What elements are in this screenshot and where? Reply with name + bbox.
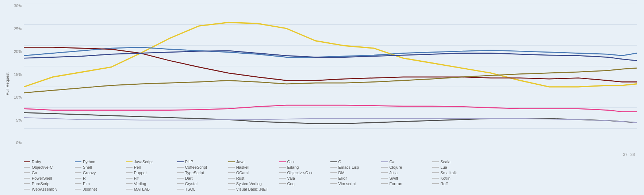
legend-item-jsonnet: Jsonnet xyxy=(75,187,126,191)
legend-item-shell: Shell xyxy=(75,165,126,169)
legend-label-groovy: Groovy xyxy=(83,171,96,175)
legend-line-powershell xyxy=(24,178,30,179)
legend-line-lua xyxy=(432,167,439,168)
legend-label-julia: Julia xyxy=(389,171,398,175)
legend-label-roff: Roff xyxy=(440,181,448,186)
chart-svg xyxy=(24,4,637,152)
legend-item-r: R xyxy=(75,176,126,180)
legend-line-jsonnet xyxy=(75,189,81,190)
legend-line-dm xyxy=(330,172,337,173)
legend-line-systemverilog xyxy=(228,183,235,184)
legend-line-dart xyxy=(177,178,184,179)
legend-label-ruby: Ruby xyxy=(32,160,41,164)
legend-item-emacslisp: Emacs Lisp xyxy=(330,165,382,169)
legend-label-coq: Coq xyxy=(287,181,295,186)
legend-label-r: R xyxy=(83,176,86,180)
legend-line-kotlin xyxy=(432,178,439,179)
legend-label-perl: Perl xyxy=(134,165,141,169)
legend-line-tsql xyxy=(177,189,184,190)
x-tick-37: 37 xyxy=(623,152,628,157)
legend-line-vbnet xyxy=(228,189,235,190)
legend-item-tsql: TSQL xyxy=(177,187,228,191)
legend-item-empty11 xyxy=(534,176,586,180)
legend-line-ruby xyxy=(24,161,30,162)
legend-line-coffeescript xyxy=(177,167,184,168)
legend-line-csharp xyxy=(381,161,388,162)
y-tick-15: 15% xyxy=(11,72,24,77)
legend-item-vimscript: Vim script xyxy=(330,181,382,186)
legend-label-puppet: Puppet xyxy=(134,171,147,175)
y-tick-0: 0% xyxy=(11,141,24,145)
legend-item-go: Go xyxy=(24,171,75,175)
legend-item-verilog: Verilog xyxy=(126,181,177,186)
legend-item-ocaml: OCaml xyxy=(228,171,279,175)
legend-label-ocaml: OCaml xyxy=(236,171,249,175)
y-tick-20: 20% xyxy=(11,49,24,54)
legend-line-swift xyxy=(381,178,388,179)
legend-line-emacslisp xyxy=(330,167,337,168)
legend-line-ocaml xyxy=(228,172,235,173)
legend-item-groovy: Groovy xyxy=(75,171,126,175)
legend-item-empty13 xyxy=(483,181,534,186)
legend-line-c xyxy=(330,161,337,162)
legend-item-empty15 xyxy=(586,181,637,186)
legend-label-fortran: Fortran xyxy=(389,181,402,186)
legend-item-objectivecpp: Objective-C++ xyxy=(279,171,330,175)
legend-line-go xyxy=(24,172,30,173)
legend-item-typescript: TypeScript xyxy=(177,171,228,175)
legend-item-vbnet: Visual Basic .NET xyxy=(228,187,279,191)
legend-line-smalltalk xyxy=(432,172,439,173)
legend-line-typescript xyxy=(177,172,184,173)
legend-label-verilog: Verilog xyxy=(134,181,146,186)
legend-label-tsql: TSQL xyxy=(185,187,196,191)
legend-label-fsharp: F# xyxy=(134,176,139,180)
legend-item-julia: Julia xyxy=(381,171,432,175)
legend-line-groovy xyxy=(75,172,81,173)
legend-label-python: Python xyxy=(83,160,95,164)
legend-item-puppet: Puppet xyxy=(126,171,177,175)
legend-item-php: PHP xyxy=(177,160,228,164)
legend-label-cpp: C++ xyxy=(287,160,295,164)
legend-item-cpp: C++ xyxy=(279,160,330,164)
legend-line-cpp xyxy=(279,161,286,162)
y-tick-30: 30% xyxy=(11,4,24,8)
legend-label-dm: DM xyxy=(338,171,345,175)
legend-line-matlab xyxy=(126,189,133,190)
legend-line-objectivecpp xyxy=(279,172,286,173)
legend-line-fortran xyxy=(381,183,388,184)
legend-item-fsharp: F# xyxy=(126,176,177,180)
legend-item-dart: Dart xyxy=(177,176,228,180)
legend-line-objectivec xyxy=(24,167,30,168)
chart-container: Pull Request 30% 25% 20% 15% 10% 5% 0% xyxy=(0,0,644,195)
legend-label-typescript: TypeScript xyxy=(185,171,204,175)
legend-item-empty6 xyxy=(586,165,637,169)
y-axis-label: Pull Request xyxy=(4,4,11,157)
legend-item-empty3 xyxy=(586,160,637,164)
legend-item-empty12 xyxy=(586,176,637,180)
legend-label-rust: Rust xyxy=(236,176,245,180)
legend-label-javascript: JavaScript xyxy=(134,160,153,164)
legend-item-elm: Elm xyxy=(75,181,126,186)
legend-line-vimscript xyxy=(330,183,337,184)
legend-item-webassembly: WebAssembly xyxy=(24,187,75,191)
legend-label-powershell: PowerShell xyxy=(32,176,52,180)
legend-item-fortran: Fortran xyxy=(381,181,432,186)
legend-item-empty9 xyxy=(586,171,637,175)
legend-item-roff: Roff xyxy=(432,181,483,186)
legend-item-haskell: Haskell xyxy=(228,165,279,169)
legend-item-dm: DM xyxy=(330,171,382,175)
legend-line-perl xyxy=(126,167,133,168)
legend-label-webassembly: WebAssembly xyxy=(32,187,57,191)
legend-label-emacslisp: Emacs Lisp xyxy=(338,165,359,169)
legend-item-empty8 xyxy=(534,171,586,175)
legend-item-objectivec: Objective-C xyxy=(24,165,75,169)
legend-label-swift: Swift xyxy=(389,176,398,180)
legend-label-purescript: PureScript xyxy=(32,181,50,186)
legend-label-lua: Lua xyxy=(440,165,447,169)
legend-line-php xyxy=(177,161,184,162)
legend-item-crystal: Crystal xyxy=(177,181,228,186)
legend-item-empty7 xyxy=(483,171,534,175)
legend-label-elm: Elm xyxy=(83,181,90,186)
legend-label-crystal: Crystal xyxy=(185,181,198,186)
legend-label-go: Go xyxy=(32,171,37,175)
